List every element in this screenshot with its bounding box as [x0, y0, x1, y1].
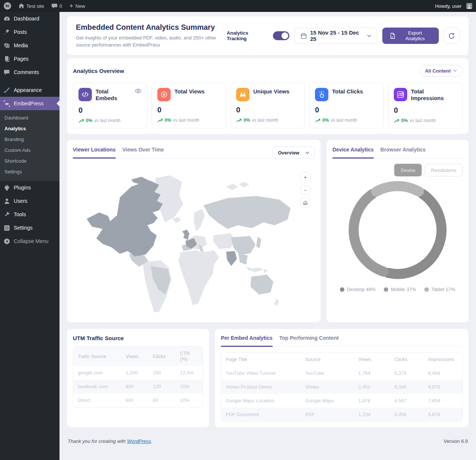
table-cell: 4,567: [390, 394, 424, 408]
sidebar-item-pages[interactable]: Pages: [0, 52, 60, 66]
sidebar-item-appearance[interactable]: Appearance: [0, 83, 60, 97]
stat-delta: 0% vs last month: [315, 118, 378, 123]
table-cell: 2,451: [354, 380, 390, 394]
comments-bubble[interactable]: 0: [48, 0, 66, 12]
sidebar-item-settings[interactable]: Settings: [0, 221, 60, 234]
sidebar-item-tools[interactable]: Tools: [0, 208, 60, 221]
stat-card-unique-views: Unique Views 0 0% vs last month: [231, 83, 305, 128]
legend-label: Desktop 46%: [347, 287, 376, 292]
map-zoom-out-button[interactable]: −: [300, 185, 310, 195]
sidebar-item-comments[interactable]: Comments: [0, 66, 60, 79]
stat-label: Total Embeds: [96, 88, 131, 102]
account-menu[interactable]: Howdy, user: [431, 0, 476, 12]
tab-views-over-time[interactable]: Views Over Time: [122, 147, 164, 159]
tab-top-performing-content[interactable]: Top Performing Content: [279, 335, 339, 347]
stat-label: Total Clicks: [332, 88, 363, 95]
sidebar-item-embedpress[interactable]: ∞ EmbedPress: [0, 97, 60, 110]
submenu-item-settings[interactable]: Settings: [0, 166, 60, 177]
legend-item-mobile: Mobile 37%: [384, 287, 416, 292]
legend-item-tablet: Tablet 17%: [424, 287, 455, 292]
submenu-item-shortcode[interactable]: Shortcode: [0, 156, 60, 166]
table-cell: Vimeo: [301, 380, 354, 394]
table-row: Direct6006010%: [73, 393, 203, 407]
table-cell: Direct: [73, 393, 121, 407]
page-description: Get insights of your embedded PDF, video…: [76, 35, 227, 48]
appearance-icon: [3, 86, 10, 94]
map-home-button[interactable]: [300, 198, 310, 208]
column-header: CTR (%): [176, 346, 203, 366]
sidebar-item-media[interactable]: Media: [0, 39, 60, 52]
map-zoom-in-button[interactable]: +: [300, 172, 310, 182]
column-header: Clicks: [390, 352, 424, 366]
submenu-item-branding[interactable]: Branding: [0, 134, 60, 145]
viewer-locations-card: Viewer Locations Views Over Time Overvie…: [67, 140, 321, 322]
legend-dot: [340, 287, 344, 292]
submenu-item-analytics[interactable]: Analytics: [0, 123, 60, 134]
stat-value: 0: [236, 106, 299, 114]
device-toggle-button[interactable]: Device: [394, 164, 422, 176]
submenu-item-dashboard[interactable]: Dashboard: [0, 112, 60, 123]
site-name-link[interactable]: Test site: [15, 0, 48, 12]
table-cell: 12.5%: [176, 366, 203, 380]
tab-viewer-locations[interactable]: Viewer Locations: [73, 147, 116, 159]
tab-per-embed-analytics[interactable]: Per Embed Analytics: [221, 335, 273, 347]
new-button[interactable]: + New: [66, 0, 89, 12]
table-cell: YouTube: [301, 366, 354, 380]
sidebar-item-label: Users: [14, 198, 28, 204]
date-range-value: 15 Nov 25 - 15 Dec 25: [310, 29, 364, 42]
export-analytics-button[interactable]: Export Analytics: [382, 28, 439, 44]
device-donut-chart: [332, 178, 463, 283]
table-cell: facebook.com: [73, 380, 121, 393]
world-map[interactable]: + −: [73, 165, 315, 317]
legend-label: Mobile 37%: [391, 287, 416, 292]
binoculars-icon: [236, 88, 250, 101]
sidebar-item-collapse-menu[interactable]: Collapse Menu: [0, 234, 60, 248]
stat-value: 0: [315, 106, 378, 114]
stat-card-total-views: Total Views 0 0% vs last month: [152, 83, 226, 128]
map-overview-dropdown[interactable]: Overview: [273, 147, 315, 159]
legend-item-desktop: Desktop 46%: [340, 287, 376, 292]
wordpress-link[interactable]: WordPress: [127, 438, 151, 444]
sidebar-item-label: Posts: [14, 29, 27, 35]
sidebar-item-label: Settings: [14, 225, 33, 231]
eye-icon: [157, 88, 171, 101]
column-header: Source: [301, 352, 354, 366]
sidebar-item-plugins[interactable]: Plugins: [0, 181, 60, 194]
table-cell: Vimeo Product Demo: [221, 380, 301, 394]
sidebar-item-label: Media: [14, 42, 28, 48]
legend-dot: [384, 287, 388, 292]
sidebar-item-dashboard[interactable]: Dashboard: [0, 12, 60, 25]
table-cell: 1,200: [121, 366, 148, 380]
refresh-button[interactable]: [444, 28, 460, 44]
footer-version: Version 6.9: [444, 438, 468, 444]
table-row: YouTube Video TutorialYouTube1,7645,3738…: [221, 366, 462, 380]
stat-delta: 0% vs last month: [236, 118, 299, 123]
wordpress-logo[interactable]: W: [0, 0, 15, 12]
donut-slice-tablet: [376, 186, 419, 192]
resolutions-toggle-button[interactable]: Resolutions: [425, 164, 463, 176]
content-filter-dropdown[interactable]: All Content: [419, 65, 463, 77]
visibility-eye-icon[interactable]: [135, 88, 142, 93]
submenu-item-custom-ads[interactable]: Custom Ads: [0, 145, 60, 156]
tab-device-analytics[interactable]: Device Analytics: [332, 147, 374, 159]
date-range-picker[interactable]: 15 Nov 25 - 15 Dec 25: [295, 28, 377, 44]
analytics-overview-card: Analytics Overview All Content Total Emb…: [67, 58, 469, 134]
locations-tabs: Viewer Locations Views Over Time: [73, 147, 273, 159]
sidebar-item-users[interactable]: Users: [0, 194, 60, 208]
analytics-tracking-toggle[interactable]: [273, 31, 289, 40]
per-embed-header-row: Page TitleSourceViewsClicksImpressions: [221, 352, 462, 366]
per-embed-table: Page TitleSourceViewsClicksImpressionsYo…: [221, 352, 463, 422]
table-cell: 1,764: [354, 366, 390, 380]
table-cell: 1,234: [354, 408, 390, 421]
sidebar-item-posts[interactable]: Posts: [0, 25, 60, 39]
analytics-tracking-label: Analytics Tracking: [227, 30, 268, 41]
comment-icon: [52, 3, 57, 9]
table-row: PDF DocumentPDF1,2343,4565,678: [221, 408, 462, 421]
stat-label: Unique Views: [253, 88, 289, 95]
column-header: Views: [354, 352, 390, 366]
tab-browser-analytics[interactable]: Browser Analytics: [380, 147, 426, 159]
table-cell: 8,456: [424, 366, 462, 380]
plus-icon: +: [70, 2, 73, 10]
table-cell: 6,345: [390, 380, 424, 394]
main-content: Embedded Content Analytics Summary Get i…: [60, 12, 476, 444]
